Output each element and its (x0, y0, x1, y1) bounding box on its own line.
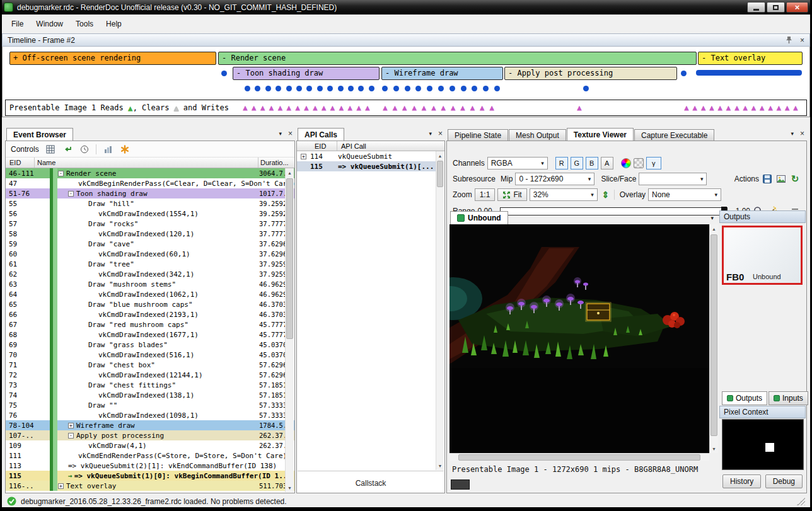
column-header-eid[interactable]: EID (6, 158, 35, 168)
resize-grip[interactable] (797, 497, 805, 505)
write-triangle-icon[interactable]: ▲ (252, 103, 257, 112)
channels-dropdown[interactable]: RGBA ▾ (487, 157, 548, 169)
bookmark-icon[interactable] (119, 144, 130, 155)
timeline-bar-toon-shading[interactable]: - Toon shading draw (233, 67, 380, 80)
write-triangle-icon[interactable]: ▲ (304, 103, 309, 112)
time-durations-icon[interactable] (79, 144, 90, 155)
write-triangle-icon[interactable]: ▲ (460, 103, 465, 112)
menu-help[interactable]: Help (100, 16, 128, 32)
event-row[interactable]: 62 → vkCmdDrawIndexed(342,1) 37.92593 (6, 269, 294, 279)
event-row[interactable]: 115 → => vkQueueSubmit(1)[0]: vkBeginCom… (6, 471, 294, 481)
write-triangle-icon[interactable]: ▲ (243, 103, 248, 112)
expander-icon[interactable]: + (301, 154, 306, 159)
chevron-down-icon[interactable]: ▾ (279, 131, 282, 137)
chevron-down-icon[interactable]: ▾ (791, 131, 794, 137)
event-dot[interactable] (306, 86, 312, 91)
event-dot[interactable] (483, 86, 489, 91)
write-triangle-icon[interactable]: ▲ (760, 103, 765, 112)
timeline-text-overlay-span[interactable] (696, 70, 802, 76)
expander-icon[interactable]: - (68, 191, 74, 197)
tab-texture-viewer[interactable]: Texture Viewer (567, 128, 634, 141)
zoom-1to1-button[interactable]: 1:1 (475, 188, 496, 201)
custom-visualisation-icon[interactable] (621, 158, 631, 168)
write-triangle-icon[interactable]: ▲ (339, 103, 344, 112)
event-dot[interactable] (415, 86, 421, 91)
event-row[interactable]: 47 → vkCmdBeginRenderPass(C=Clear, D=Cle… (6, 178, 294, 188)
debug-button[interactable]: Debug (765, 474, 803, 488)
tab-inputs[interactable]: Inputs (768, 391, 808, 405)
timeline-bar-text-overlay[interactable]: - Text overlay (698, 52, 803, 65)
write-triangle-icon[interactable]: ▲ (470, 103, 475, 112)
write-triangle-icon[interactable]: ▲ (286, 103, 291, 112)
texture-tab-unbound[interactable]: Unbound (450, 211, 508, 224)
event-dot[interactable] (461, 86, 467, 91)
scrollbar-thumb[interactable] (458, 454, 700, 461)
write-triangle-icon[interactable]: ▲ (709, 103, 714, 112)
event-row[interactable]: 107-... - → Apply post processing 262.37… (6, 430, 294, 440)
tab-mesh-output[interactable]: Mesh Output (509, 129, 566, 141)
maximize-button[interactable] (767, 2, 785, 13)
event-row[interactable]: 73 → Draw "chest fittings" 57.18518 (6, 380, 294, 390)
event-dot[interactable] (276, 86, 281, 91)
event-row[interactable]: 75 → Draw "" 57.33333 (6, 400, 294, 410)
write-triangle-icon[interactable]: ▲ (330, 103, 335, 112)
event-row[interactable]: 67 → Draw "red mushroom caps" 45.77778 (6, 319, 294, 330)
zoom-dropdown[interactable]: 32% ▾ (530, 188, 598, 201)
write-triangle-icon[interactable]: ▲ (785, 103, 790, 112)
event-row[interactable]: 63 → Draw "mushroom stems" 46.96296 (6, 279, 294, 289)
menu-tools[interactable]: Tools (69, 16, 100, 32)
event-row[interactable]: 51-76 - → Toon shading draw 1017.7... (6, 188, 294, 198)
save-icon[interactable] (762, 173, 773, 185)
write-triangle-icon[interactable]: ▲ (392, 103, 397, 112)
event-row[interactable]: 57 → Draw "rocks" 37.77778 (6, 219, 294, 229)
write-triangle-icon[interactable]: ▲ (734, 103, 740, 112)
menu-window[interactable]: Window (30, 16, 69, 32)
pixel-context-view[interactable] (722, 419, 804, 470)
event-dot[interactable] (221, 71, 227, 76)
write-triangle-icon[interactable]: ▲ (356, 103, 361, 112)
event-row[interactable]: 109 → vkCmdDraw(4,1) 262.37... (6, 440, 294, 451)
event-row[interactable]: 56 → vkCmdDrawIndexed(1554,1) 39.25926 (6, 209, 294, 219)
write-triangle-icon[interactable]: ▲ (431, 103, 436, 112)
scrollbar-thumb[interactable] (437, 161, 443, 187)
write-triangle-icon[interactable]: ▲ (412, 103, 417, 112)
expander-icon[interactable]: + (58, 483, 64, 489)
expander-icon[interactable]: + (68, 423, 74, 428)
write-triangle-icon[interactable]: ▲ (577, 103, 582, 112)
write-triangle-icon[interactable]: ▲ (402, 103, 407, 112)
scroll-up-icon[interactable]: ▲ (286, 168, 294, 177)
menu-file[interactable]: File (5, 16, 30, 32)
write-triangle-icon[interactable]: ▲ (717, 103, 722, 112)
event-dot[interactable] (255, 86, 260, 91)
scroll-down-icon[interactable]: ▼ (286, 483, 294, 492)
scroll-up-icon[interactable]: ▲ (710, 224, 718, 233)
write-triangle-icon[interactable]: ▲ (422, 103, 427, 112)
event-row[interactable]: 55 → Draw "hill" 39.25926 (6, 198, 294, 209)
event-dot[interactable] (317, 86, 323, 91)
open-image-icon[interactable] (775, 173, 787, 185)
write-triangle-icon[interactable]: ▲ (260, 103, 265, 112)
column-header-name[interactable]: Name (35, 159, 294, 166)
event-dot[interactable] (348, 86, 354, 91)
jump-to-event-icon[interactable] (62, 144, 73, 155)
event-dot[interactable] (681, 71, 687, 76)
expander-icon[interactable]: - (58, 171, 64, 176)
event-row[interactable]: 71 → Draw "chest box" 57.62963 (6, 360, 294, 370)
event-dot[interactable] (427, 86, 432, 91)
event-dot[interactable] (265, 86, 271, 91)
write-triangle-icon[interactable]: ▲ (793, 103, 798, 112)
write-triangle-icon[interactable]: ▲ (751, 103, 757, 112)
write-triangle-icon[interactable]: ▲ (451, 103, 456, 112)
mip-dropdown[interactable]: 0 - 1272x690 ▾ (515, 173, 594, 185)
event-row[interactable]: 74 → vkCmdDrawIndexed(138,1) 57.18518 (6, 390, 294, 400)
channel-green-button[interactable]: G (571, 157, 583, 169)
event-dot[interactable] (583, 86, 589, 91)
scroll-down-icon[interactable]: ▼ (436, 461, 444, 470)
flip-y-icon[interactable]: ⇕ (600, 189, 612, 200)
tab-pipeline-state[interactable]: Pipeline State (448, 129, 508, 141)
write-triangle-icon[interactable]: ▲ (480, 103, 485, 112)
write-triangle-icon[interactable]: ▲ (313, 103, 318, 112)
column-header-eid[interactable]: EID (297, 141, 337, 151)
write-triangle-icon[interactable]: ▲ (776, 103, 781, 112)
close-button[interactable]: × (786, 2, 808, 13)
